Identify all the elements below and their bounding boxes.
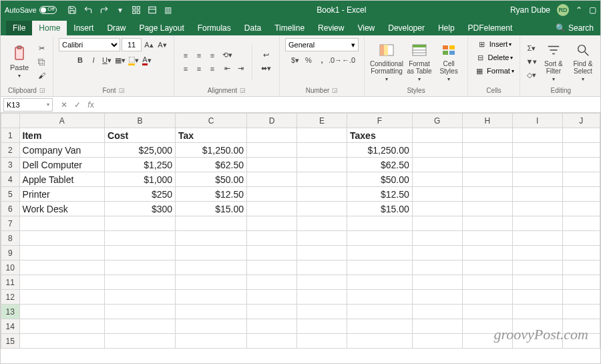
sort-filter-button[interactable]: Sort & Filter▾: [540, 41, 567, 82]
cell-I6[interactable]: [512, 202, 562, 216]
tab-review[interactable]: Review: [311, 21, 351, 35]
row-header-3[interactable]: 3: [1, 158, 20, 172]
decrease-font-icon[interactable]: A▾: [156, 39, 168, 51]
cell-J7[interactable]: [562, 216, 600, 231]
cell-E13[interactable]: [297, 305, 347, 319]
cell-F4[interactable]: $50.00: [347, 172, 413, 187]
tab-page-layout[interactable]: Page Layout: [132, 21, 190, 35]
cell-H14[interactable]: [462, 319, 512, 334]
cell-F3[interactable]: $62.50: [347, 158, 413, 172]
merge-icon[interactable]: ⬌▾: [258, 63, 274, 75]
tab-formulas[interactable]: Formulas: [191, 21, 238, 35]
format-as-table-button[interactable]: Format as Table▾: [406, 41, 433, 82]
cell-D14[interactable]: [246, 319, 296, 334]
cell-I9[interactable]: [512, 246, 562, 260]
cell-A13[interactable]: [19, 305, 105, 319]
dialog-launcher-icon[interactable]: ◲: [332, 87, 338, 94]
cell-D7[interactable]: [246, 216, 296, 231]
tab-draw[interactable]: Draw: [100, 21, 132, 35]
row-header-5[interactable]: 5: [1, 187, 20, 202]
cell-E6[interactable]: [297, 202, 347, 216]
increase-decimal-icon[interactable]: .0→: [329, 54, 341, 66]
row-header-7[interactable]: 7: [1, 216, 20, 231]
cell-B3[interactable]: $1,250: [105, 158, 176, 172]
cell-E12[interactable]: [297, 290, 347, 305]
cell-G6[interactable]: [412, 202, 462, 216]
cell-D4[interactable]: [246, 172, 296, 187]
cell-A14[interactable]: [19, 319, 105, 334]
cell-H4[interactable]: [462, 172, 512, 187]
tab-home[interactable]: Home: [32, 21, 67, 35]
cell-H2[interactable]: [462, 143, 512, 158]
cell-C9[interactable]: [176, 246, 247, 260]
copy-icon[interactable]: ⿻: [35, 56, 47, 68]
cell-H1[interactable]: [462, 128, 512, 143]
col-header-E[interactable]: E: [297, 114, 347, 128]
cell-F13[interactable]: [347, 305, 413, 319]
cell-H8[interactable]: [462, 231, 512, 246]
save-icon[interactable]: [67, 5, 77, 15]
cell-B15[interactable]: [105, 334, 176, 349]
cell-A11[interactable]: [19, 275, 105, 290]
cell-B12[interactable]: [105, 290, 176, 305]
increase-indent-icon[interactable]: ⇥: [234, 63, 246, 75]
cell-C5[interactable]: $12.50: [176, 187, 247, 202]
row-header-4[interactable]: 4: [1, 172, 20, 187]
cell-A3[interactable]: Dell Computer: [19, 158, 105, 172]
cell-E14[interactable]: [297, 319, 347, 334]
tab-view[interactable]: View: [351, 21, 381, 35]
cell-J2[interactable]: [562, 143, 600, 158]
cell-C8[interactable]: [176, 231, 247, 246]
row-header-11[interactable]: 11: [1, 275, 20, 290]
cell-H11[interactable]: [462, 275, 512, 290]
row-header-12[interactable]: 12: [1, 290, 20, 305]
cell-I12[interactable]: [512, 290, 562, 305]
col-header-B[interactable]: B: [105, 114, 176, 128]
cell-I8[interactable]: [512, 231, 562, 246]
cell-B4[interactable]: $1,000: [105, 172, 176, 187]
cell-C15[interactable]: [176, 334, 247, 349]
tab-help[interactable]: Help: [431, 21, 461, 35]
clear-icon[interactable]: ◇▾: [526, 69, 538, 81]
tab-timeline[interactable]: Timeline: [268, 21, 311, 35]
cell-G15[interactable]: [412, 334, 462, 349]
dialog-launcher-icon[interactable]: ◲: [39, 87, 45, 94]
avatar[interactable]: RD: [557, 4, 569, 16]
dialog-launcher-icon[interactable]: ◲: [119, 87, 125, 94]
cell-G12[interactable]: [412, 290, 462, 305]
cell-A7[interactable]: [19, 216, 105, 231]
increase-font-icon[interactable]: A▴: [143, 39, 155, 51]
cell-D15[interactable]: [246, 334, 296, 349]
cell-E4[interactable]: [297, 172, 347, 187]
cell-A9[interactable]: [19, 246, 105, 260]
cell-F1[interactable]: Taxes: [347, 128, 413, 143]
cell-H3[interactable]: [462, 158, 512, 172]
cell-F7[interactable]: [347, 216, 413, 231]
row-header-8[interactable]: 8: [1, 231, 20, 246]
col-header-J[interactable]: J: [562, 114, 600, 128]
cell-I1[interactable]: [512, 128, 562, 143]
cell-E7[interactable]: [297, 216, 347, 231]
cell-B11[interactable]: [105, 275, 176, 290]
cell-C7[interactable]: [176, 216, 247, 231]
comma-icon[interactable]: ,: [316, 54, 328, 66]
col-header-C[interactable]: C: [176, 114, 247, 128]
underline-button[interactable]: U▾: [101, 54, 113, 66]
cell-J10[interactable]: [562, 260, 600, 275]
cell-B8[interactable]: [105, 231, 176, 246]
cell-D1[interactable]: [246, 128, 296, 143]
cell-A6[interactable]: Work Desk: [19, 202, 105, 216]
cell-F8[interactable]: [347, 231, 413, 246]
fill-icon[interactable]: ▼▾: [526, 56, 538, 68]
cell-G4[interactable]: [412, 172, 462, 187]
italic-button[interactable]: I: [87, 54, 99, 66]
cell-G3[interactable]: [412, 158, 462, 172]
cell-E3[interactable]: [297, 158, 347, 172]
percent-icon[interactable]: %: [303, 54, 315, 66]
align-center-icon[interactable]: ≡: [193, 63, 205, 75]
cell-G9[interactable]: [412, 246, 462, 260]
qat-icon3[interactable]: [148, 5, 157, 15]
cell-B6[interactable]: $300: [105, 202, 176, 216]
cell-A8[interactable]: [19, 231, 105, 246]
cell-A1[interactable]: Item: [19, 128, 105, 143]
